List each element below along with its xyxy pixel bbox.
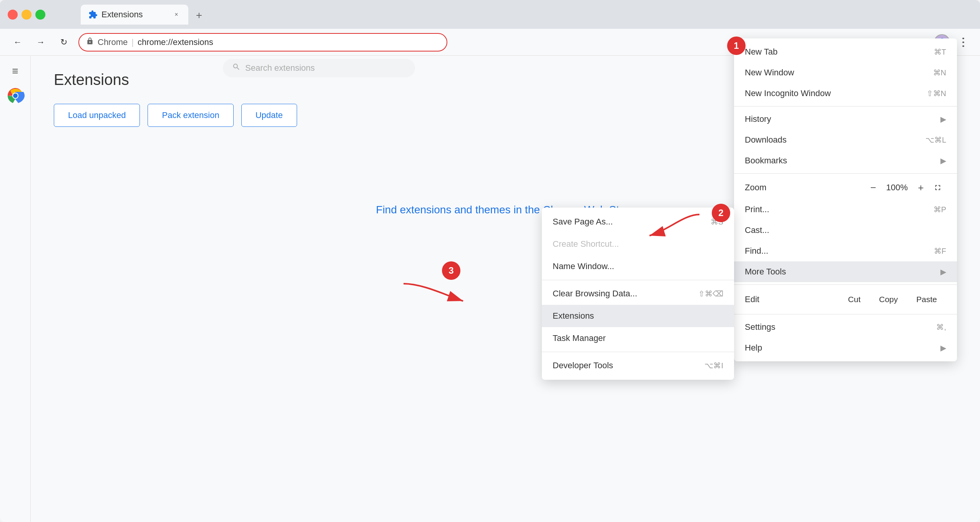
submenu-arrow-more-tools: ▶ xyxy=(940,267,946,276)
menu-separator-3 xyxy=(734,284,957,285)
menu-separator-1 xyxy=(734,106,957,106)
main-menu-button[interactable] xyxy=(955,35,971,50)
paste-button[interactable]: Paste xyxy=(907,291,946,308)
more-tools-separator xyxy=(542,280,734,280)
main-dropdown-menu: New Tab ⌘T New Window ⌘N New Incognito W… xyxy=(734,38,957,361)
menu-item-new-window[interactable]: New Window ⌘N xyxy=(734,62,957,83)
zoom-row: Zoom − 100% + xyxy=(734,176,957,199)
shortcut-new-window: ⌘N xyxy=(933,68,946,77)
browser-window: Extensions × + ← → ↻ Chrome | chrome://e… xyxy=(0,0,980,522)
close-button[interactable] xyxy=(8,10,18,20)
submenu-arrow-history: ▶ xyxy=(940,115,946,124)
zoom-fullscreen-button[interactable] xyxy=(929,179,946,196)
edit-row: Edit Cut Copy Paste xyxy=(734,287,957,312)
menu-dot-2 xyxy=(962,42,964,43)
more-tools-separator-2 xyxy=(542,352,734,352)
menu-item-save-page[interactable]: Save Page As... ⌘S xyxy=(542,211,734,233)
tab-favicon-icon xyxy=(88,10,98,19)
shortcut-dev-tools: ⌥⌘I xyxy=(704,361,723,370)
zoom-minus-button[interactable]: − xyxy=(865,179,882,196)
menu-item-bookmarks[interactable]: Bookmarks ▶ xyxy=(734,150,957,171)
address-site: Chrome xyxy=(98,37,128,47)
menu-separator-4 xyxy=(734,314,957,314)
menu-item-help[interactable]: Help ▶ xyxy=(734,337,957,358)
shortcut-find: ⌘F xyxy=(934,246,946,256)
load-unpacked-button[interactable]: Load unpacked xyxy=(54,104,140,127)
menu-item-dev-tools[interactable]: Developer Tools ⌥⌘I xyxy=(542,354,734,377)
menu-item-cast[interactable]: Cast... xyxy=(734,220,957,241)
zoom-plus-button[interactable]: + xyxy=(912,179,929,196)
menu-dot-3 xyxy=(962,45,964,47)
menu-item-create-shortcut[interactable]: Create Shortcut... xyxy=(542,233,734,255)
svg-point-2 xyxy=(13,93,18,98)
menu-item-settings[interactable]: Settings ⌘, xyxy=(734,317,957,337)
annotation-2: 2 xyxy=(712,204,730,222)
menu-item-print[interactable]: Print... ⌘P xyxy=(734,199,957,220)
shortcut-incognito: ⇧⌘N xyxy=(927,89,946,98)
traffic-lights xyxy=(8,10,45,20)
menu-item-task-manager[interactable]: Task Manager xyxy=(542,327,734,349)
sidebar-menu-icon[interactable]: ≡ xyxy=(12,65,18,77)
zoom-value: 100% xyxy=(882,183,912,193)
back-button[interactable]: ← xyxy=(9,34,26,51)
submenu-arrow-help: ▶ xyxy=(940,343,946,352)
copy-button[interactable]: Copy xyxy=(870,291,907,308)
search-placeholder: Search extensions xyxy=(245,63,315,73)
minimize-button[interactable] xyxy=(22,10,32,20)
annotation-3: 3 xyxy=(442,261,460,280)
tab-bar: Extensions × + xyxy=(73,5,945,25)
menu-item-new-tab[interactable]: New Tab ⌘T xyxy=(734,42,957,62)
shortcut-new-tab: ⌘T xyxy=(934,47,946,57)
search-icon xyxy=(232,63,241,73)
sidebar: ≡ xyxy=(0,56,31,522)
cut-button[interactable]: Cut xyxy=(839,291,870,308)
chrome-logo xyxy=(6,86,25,105)
shortcut-clear-data: ⇧⌘⌫ xyxy=(698,289,723,298)
refresh-button[interactable]: ↻ xyxy=(55,34,72,51)
forward-button[interactable]: → xyxy=(32,34,49,51)
extension-search[interactable]: Search extensions xyxy=(223,59,415,77)
annotation-1: 1 xyxy=(727,37,746,55)
more-tools-submenu: Save Page As... ⌘S Create Shortcut... Na… xyxy=(542,208,734,380)
address-bar[interactable]: Chrome | chrome://extensions xyxy=(78,33,447,52)
menu-separator-2 xyxy=(734,173,957,174)
new-tab-button[interactable]: + xyxy=(190,6,208,25)
menu-item-downloads[interactable]: Downloads ⌥⌘L xyxy=(734,130,957,150)
maximize-button[interactable] xyxy=(35,10,45,20)
menu-item-history[interactable]: History ▶ xyxy=(734,109,957,130)
title-bar: Extensions × + xyxy=(0,0,980,29)
address-url: chrome://extensions xyxy=(138,37,440,47)
menu-item-name-window[interactable]: Name Window... xyxy=(542,255,734,278)
menu-item-find[interactable]: Find... ⌘F xyxy=(734,241,957,261)
tab-close-button[interactable]: × xyxy=(172,10,181,19)
shortcut-settings: ⌘, xyxy=(936,323,946,332)
menu-item-more-tools[interactable]: More Tools ▶ xyxy=(734,261,957,282)
pack-extension-button[interactable]: Pack extension xyxy=(148,104,233,127)
menu-dot-1 xyxy=(962,38,964,39)
tab-title: Extensions xyxy=(101,10,168,20)
update-button[interactable]: Update xyxy=(241,104,297,127)
menu-item-clear-data[interactable]: Clear Browsing Data... ⇧⌘⌫ xyxy=(542,283,734,305)
address-separator: | xyxy=(131,37,134,47)
shortcut-downloads: ⌥⌘L xyxy=(925,135,946,145)
shortcut-print: ⌘P xyxy=(933,205,946,214)
menu-item-incognito[interactable]: New Incognito Window ⇧⌘N xyxy=(734,83,957,104)
lock-icon xyxy=(86,37,94,47)
active-tab[interactable]: Extensions × xyxy=(81,5,188,25)
submenu-arrow-bookmarks: ▶ xyxy=(940,156,946,165)
menu-item-extensions[interactable]: Extensions xyxy=(542,305,734,327)
